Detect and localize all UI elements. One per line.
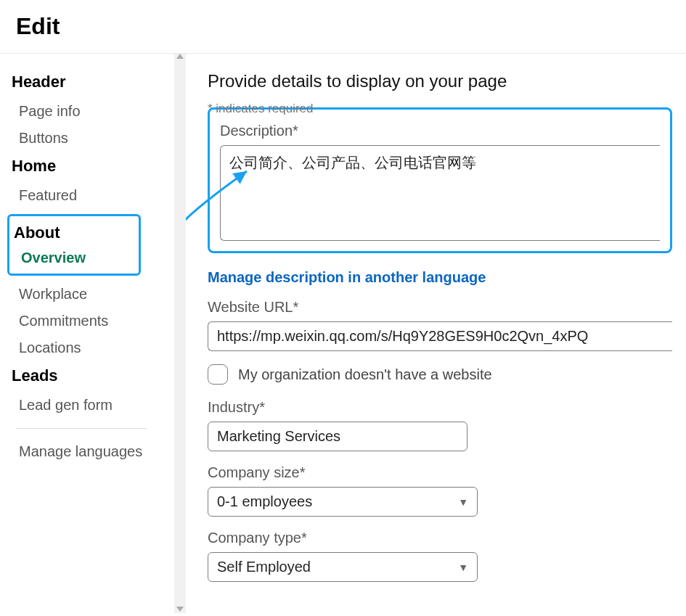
description-label: Description*	[220, 123, 660, 139]
sidebar-item-locations[interactable]: Locations	[19, 340, 174, 356]
chevron-down-icon: ▼	[458, 496, 468, 508]
website-url-input[interactable]: https://mp.weixin.qq.com/s/Hq9Y28GES9H0c…	[208, 321, 672, 351]
no-website-checkbox[interactable]	[208, 364, 228, 385]
description-highlight: Description* 公司简介、公司产品、公司电话官网等	[208, 107, 672, 253]
industry-input[interactable]: Marketing Services	[208, 422, 467, 451]
sidebar-group-home[interactable]: Home	[12, 157, 174, 176]
scroll-up-icon[interactable]	[176, 54, 184, 59]
sidebar-divider	[16, 428, 147, 429]
sidebar-item-featured[interactable]: Featured	[19, 187, 174, 204]
chevron-down-icon: ▼	[458, 562, 468, 573]
no-website-label: My organization doesn't have a website	[238, 366, 492, 383]
scroll-down-icon[interactable]	[176, 607, 184, 612]
sidebar-item-overview[interactable]: Overview	[21, 250, 131, 266]
sidebar-item-page-info[interactable]: Page info	[19, 103, 174, 120]
company-type-label: Company type*	[208, 530, 686, 546]
sidebar: Header Page info Buttons Home Featured A…	[0, 54, 174, 613]
sidebar-item-lead-gen-form[interactable]: Lead gen form	[19, 397, 174, 414]
sidebar-item-buttons[interactable]: Buttons	[19, 130, 174, 147]
company-size-value: 0-1 employees	[217, 493, 312, 510]
company-size-select[interactable]: 0-1 employees ▼	[208, 487, 478, 517]
website-url-label: Website URL*	[208, 299, 686, 316]
sidebar-item-workplace[interactable]: Workplace	[19, 286, 174, 303]
sidebar-group-leads[interactable]: Leads	[12, 366, 174, 385]
page-title: Edit	[0, 0, 686, 53]
company-type-select[interactable]: Self Employed ▼	[208, 552, 478, 582]
company-size-label: Company size*	[208, 464, 686, 481]
industry-value: Marketing Services	[217, 428, 340, 445]
manage-description-language-link[interactable]: Manage description in another language	[208, 269, 486, 286]
main-content: Provide details to display on your page …	[186, 54, 686, 613]
main-heading: Provide details to display on your page	[208, 71, 686, 91]
sidebar-group-about[interactable]: About	[14, 223, 131, 242]
industry-label: Industry*	[208, 399, 686, 416]
sidebar-item-manage-languages[interactable]: Manage languages	[19, 443, 174, 460]
sidebar-about-highlight: About Overview	[7, 214, 141, 276]
vertical-scrollbar[interactable]	[174, 54, 186, 613]
sidebar-group-header[interactable]: Header	[12, 73, 174, 91]
description-textarea[interactable]: 公司简介、公司产品、公司电话官网等	[220, 145, 660, 241]
company-type-value: Self Employed	[217, 559, 311, 575]
sidebar-item-commitments[interactable]: Commitments	[19, 313, 174, 329]
